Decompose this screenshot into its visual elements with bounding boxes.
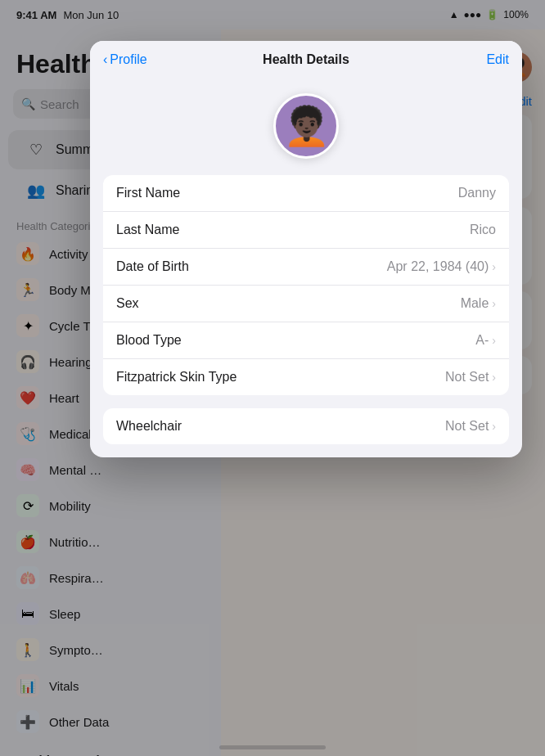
- dob-chevron-icon: ›: [492, 260, 496, 273]
- sex-row[interactable]: Sex Male ›: [103, 286, 509, 322]
- sex-value: Male ›: [461, 296, 496, 311]
- home-indicator: [219, 745, 326, 749]
- modal-form-section2: Wheelchair Not Set ›: [103, 408, 509, 444]
- blood-type-row[interactable]: Blood Type A- ›: [103, 322, 509, 359]
- modal-back-label: Profile: [110, 52, 146, 67]
- last-name-label: Last Name: [116, 223, 179, 237]
- first-name-row[interactable]: First Name Danny: [103, 175, 509, 212]
- last-name-row[interactable]: Last Name Rico: [103, 212, 509, 249]
- modal-edit-button[interactable]: Edit: [486, 52, 509, 67]
- sex-chevron-icon: ›: [492, 297, 496, 310]
- dob-value: Apr 22, 1984 (40) ›: [387, 259, 496, 274]
- blood-type-label: Blood Type: [116, 333, 182, 348]
- modal-form-section1: First Name Danny Last Name Rico Date of …: [103, 175, 509, 395]
- skin-type-chevron-icon: ›: [492, 371, 496, 384]
- wheelchair-chevron-icon: ›: [492, 420, 496, 433]
- blood-type-chevron-icon: ›: [492, 334, 496, 347]
- first-name-value: Danny: [458, 186, 496, 200]
- wheelchair-row[interactable]: Wheelchair Not Set ›: [103, 408, 509, 444]
- modal-nav-bar: ‹ Profile Health Details Edit: [90, 41, 522, 74]
- first-name-label: First Name: [116, 186, 180, 200]
- skin-type-value: Not Set ›: [445, 370, 496, 385]
- wheelchair-label: Wheelchair: [116, 419, 182, 434]
- modal-avatar-section: 🧑🏿‍🦱: [90, 74, 522, 175]
- dob-row[interactable]: Date of Birth Apr 22, 1984 (40) ›: [103, 249, 509, 286]
- health-details-modal: ‹ Profile Health Details Edit 🧑🏿‍🦱 First…: [90, 41, 522, 457]
- modal-title: Health Details: [263, 52, 349, 67]
- modal-back-button[interactable]: ‹ Profile: [103, 52, 147, 67]
- last-name-value: Rico: [470, 223, 496, 237]
- wheelchair-value: Not Set ›: [445, 419, 496, 434]
- back-chevron-icon: ‹: [103, 52, 107, 67]
- skin-type-row[interactable]: Fitzpatrick Skin Type Not Set ›: [103, 359, 509, 395]
- skin-type-label: Fitzpatrick Skin Type: [116, 370, 236, 385]
- blood-type-value: A- ›: [475, 333, 496, 348]
- sex-label: Sex: [116, 296, 139, 311]
- dob-label: Date of Birth: [116, 259, 189, 274]
- modal-avatar[interactable]: 🧑🏿‍🦱: [273, 93, 339, 159]
